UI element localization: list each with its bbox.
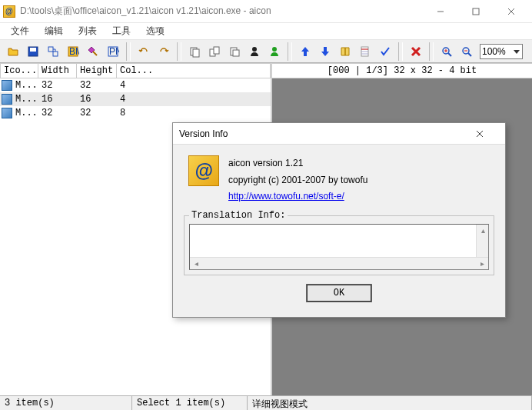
version-text: aicon version 1.21 copyright (c) 2001-20… [228,155,367,206]
open-icon[interactable] [4,42,22,61]
svg-rect-5 [30,48,36,52]
save-icon[interactable] [24,42,42,61]
chevron-right-icon[interactable]: ▸ [476,258,488,270]
list-item[interactable]: M... 32 32 8 [0,106,271,120]
export-bmp-icon[interactable]: BMP [64,42,82,61]
col-width[interactable]: Width [38,63,77,78]
tool-icon[interactable] [84,42,102,61]
close-button[interactable] [494,0,529,23]
menu-file[interactable]: 文件 [3,23,37,39]
menu-edit[interactable]: 编辑 [37,23,71,39]
export-png-icon[interactable]: PNG [104,42,122,61]
svg-rect-6 [48,47,53,52]
svg-rect-13 [193,49,199,57]
svg-text:PNG: PNG [109,46,119,57]
svg-rect-17 [233,50,239,56]
dialog-close-button[interactable] [476,130,499,138]
book-icon[interactable] [336,42,354,61]
arrow-down-icon[interactable] [316,42,334,61]
svg-rect-7 [53,52,58,56]
col-colors[interactable]: Col... [117,63,271,78]
window-title: D:\tools\桌面\office\aicon_v1.21\aicon v1.… [20,5,423,18]
zoom-out-icon[interactable] [457,42,476,61]
image-icon [2,80,12,91]
separator [288,42,292,61]
minimize-button[interactable] [423,0,458,23]
status-bar: 3 item(s) Select 1 item(s) 详细视图模式 [0,395,532,410]
svg-point-18 [252,47,257,52]
menu-tools[interactable]: 工具 [105,23,138,39]
separator [429,42,434,61]
svg-line-31 [468,53,471,56]
col-icon[interactable]: Ico... [0,63,38,78]
version-info-dialog: Version Info @ aicon version 1.21 copyri… [172,122,506,318]
scrollbar-vertical[interactable]: ▴ [476,225,488,257]
svg-line-27 [448,53,451,56]
version-line: aicon version 1.21 [228,155,367,172]
svg-text:BMP: BMP [69,46,79,57]
preview-header: [000 | 1/3] 32 x 32 - 4 bit [272,63,532,78]
image-icon [2,108,12,118]
zoom-combo[interactable]: 100% [480,44,523,59]
delete-icon[interactable] [407,42,425,61]
title-bar: @ D:\tools\桌面\office\aicon_v1.21\aicon v… [0,0,532,23]
copy-icon[interactable] [185,42,204,61]
homepage-link[interactable]: http://www.towofu.net/soft-e/ [228,191,344,202]
chevron-up-icon[interactable]: ▴ [477,225,489,237]
arrow-up-icon[interactable] [296,42,314,61]
person-dark-icon[interactable] [245,42,264,61]
toolbar: BMP PNG 100% [0,40,532,63]
scrollbar-horizontal[interactable]: ◂▸ [190,257,488,269]
translation-groupbox: Translation Info: ▴ ◂▸ [184,215,494,275]
dialog-titlebar[interactable]: Version Info [173,123,505,145]
undo-icon[interactable] [135,42,153,61]
separator [177,42,181,61]
menu-list[interactable]: 列表 [71,23,105,39]
note-icon[interactable] [356,42,374,61]
app-icon: @ [3,5,15,18]
status-count: 3 item(s) [0,396,132,410]
maximize-button[interactable] [458,0,494,23]
menu-options[interactable]: 选项 [138,23,172,39]
translation-textarea[interactable]: ▴ ◂▸ [189,224,489,270]
image-icon [2,94,12,105]
zoom-in-icon[interactable] [437,42,456,61]
zoom-value: 100% [482,46,506,57]
status-mode: 详细视图模式 [248,396,532,410]
list-item[interactable]: M... 32 32 4 [0,78,271,92]
col-height[interactable]: Height [77,63,117,78]
ok-button[interactable]: OK [307,285,371,302]
person-green-icon[interactable] [265,42,284,61]
svg-rect-15 [214,47,219,54]
check-icon[interactable] [376,42,394,61]
svg-point-19 [272,47,277,52]
list-item[interactable]: M... 16 16 4 [0,92,271,106]
dialog-title: Version Info [179,128,476,139]
copyright-line: copyright (c) 2001-2007 by towofu [228,172,367,189]
paste-icon[interactable] [225,42,244,61]
chevron-left-icon[interactable]: ◂ [190,258,202,270]
separator [398,42,403,61]
status-selected: Select 1 item(s) [132,396,248,410]
menu-bar: 文件 编辑 列表 工具 选项 [0,23,532,40]
translation-label: Translation Info: [189,210,288,221]
copy2-icon[interactable] [205,42,224,61]
redo-icon[interactable] [155,42,173,61]
list-header: Ico... Width Height Col... [0,63,271,78]
extract-icon[interactable] [44,42,62,61]
app-logo-icon: @ [188,155,219,186]
separator [126,42,131,61]
svg-rect-1 [473,8,479,15]
